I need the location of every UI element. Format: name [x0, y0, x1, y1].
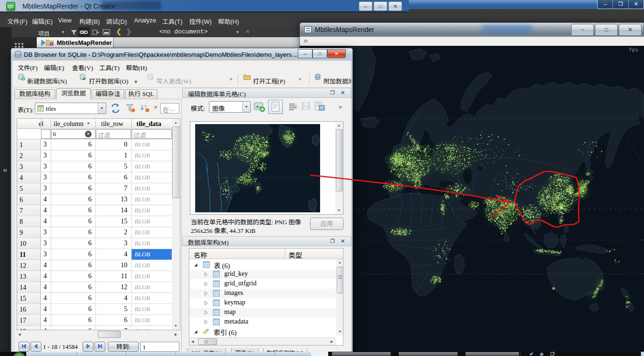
svg-text:fps: fps: [629, 47, 638, 53]
